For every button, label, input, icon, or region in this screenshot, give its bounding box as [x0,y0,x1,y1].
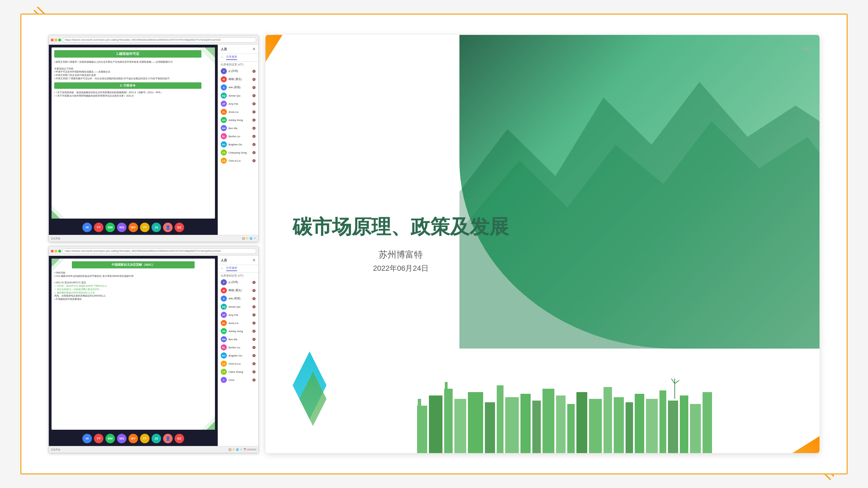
person-avatar-al1: AL [221,109,227,115]
participant-avatar-img1: 👤 [163,223,173,232]
person2-name-bl: Berthe Liu [229,346,251,349]
close-dot-1[interactable] [51,39,54,41]
cover-main-title: 碳市场原理、政策及发展 [293,215,509,239]
slide-area-1: 1.碳排放许可证 • 按照主管部门准要求一定碳排放阈值以上的企业开展生产活动前应… [49,45,218,235]
person2-name-y: yi (共同) [229,281,251,284]
person-avatar-bl1: BL [221,133,227,139]
teams-body-1: 1.碳排放许可证 • 按照主管部门准要求一定碳排放阈值以上的企业开展生产活动前应… [49,45,258,235]
person2-mic-al: 🔇 [252,322,256,325]
slide2-content: • 2060目标 • CO2 城限2030年达到碳排排放达到平衡状态, 努力争取… [52,270,215,302]
status-bar-2: 正在开会 🪟 📁 🌐 📧 ⏰ 2022/6/3 [49,446,258,453]
svg-rect-35 [646,399,658,453]
url-bar-1[interactable]: https://teams.microsoft.com/#/pre-join-c… [62,37,256,43]
participant2-avatar-img1: 👤 [163,434,173,443]
person-mic-ah1: 🔇 [252,119,256,122]
close-dot-2[interactable] [51,250,54,252]
people-tabs-2: — 共享邀请 [218,265,258,273]
person2-name-cl: Chris A Liu [229,362,251,365]
person2-avatar-af: AF [221,312,227,318]
person-name-bm1: Ben Ma [229,127,251,130]
taskbar-icons-1: 🪟 📁 🌐 📧 [242,237,256,240]
tab-share-1[interactable]: 共享邀请 [226,55,237,60]
slide1-section2-content: •《关于加强高排碳、推进低碳建设绿色生态环境质量的别的措施预测》2021.8（谅… [52,90,215,98]
person-name-ah1: Ashley Hong [229,119,251,122]
person2-avatar-a: A [221,296,227,302]
browser-bar-2: https://teams.microsoft.com/#/pre-join-c… [49,246,258,256]
slide-content-1: 1.碳排放许可证 • 按照主管部门准要求一定碳排放阈值以上的企业开展生产活动前应… [52,47,215,219]
person-name-bg1: Brighton Gu [229,143,251,146]
slide2-title: 中国国家自主决定贡献（NDC） [72,261,195,268]
maximize-dot-2[interactable] [58,250,61,252]
list-item: C Chris 🔇 [218,376,258,384]
people-section-label-1: 出席者回议室 (6厅) [218,62,258,67]
person-avatar-bm1: BM [221,125,227,131]
slide-content-2: 中国国家自主决定贡献（NDC） • 2060目标 • CO2 城限2030年达到… [52,259,215,430]
close-panel-1[interactable]: ✕ [252,47,256,52]
person2-name-a: ada (英国) [229,297,251,300]
mountain-svg [459,35,820,349]
list-item: Y yi (共同) 🔇 [218,278,258,286]
person2-avatar-cl: CA [221,361,227,367]
minimize-dot-2[interactable] [55,250,57,252]
person2-avatar-chris: C [221,377,227,383]
city-svg [333,379,792,453]
list-item: A ada (英国) 🔇 [218,294,258,303]
person2-avatar-bg: BG [221,352,227,359]
participant-avatar-ws: WS [117,223,126,232]
minimize-dot-1[interactable] [55,39,57,41]
person2-name-al: Anna Liu [229,322,251,325]
list-item: M 梅顿 (重左) 🔇 [218,286,258,294]
list-item: AQ Aimee Qiu 🔇 [218,92,258,100]
person-mic-bg1: 🔇 [252,143,256,146]
svg-rect-39 [690,404,701,453]
svg-line-42 [671,379,675,384]
list-item: AF Amy Fat 🔇 [218,311,258,319]
participant2-avatar-yt2: YT [140,434,150,443]
svg-rect-29 [576,392,587,453]
person-avatar-cs1: CS [221,149,227,156]
participant2-avatar-bm: BM [105,434,115,443]
person-avatar-a1: A [221,84,227,90]
svg-rect-34 [635,394,644,453]
teams-body-2: 中国国家自主决定贡献（NDC） • 2060目标 • CO2 城限2030年达到… [49,256,258,446]
person2-mic-bm: 🔇 [252,338,256,341]
person2-mic-aq: 🔇 [252,305,256,308]
svg-rect-20 [468,392,483,453]
svg-rect-30 [589,399,602,453]
teams-window-2: https://teams.microsoft.com/#/pre-join-c… [48,246,259,453]
close-panel-2[interactable]: ✕ [252,258,256,263]
list-item: BM Ben Ma 🔇 [218,335,258,343]
cover-deco-plus [803,45,809,52]
url-bar-2[interactable]: https://teams.microsoft.com/#/pre-join-c… [62,248,256,254]
tab-participants-2[interactable]: — [221,266,223,271]
person2-mic-a: 🔇 [252,297,256,300]
person-mic-al1: 🔇 [252,110,256,114]
right-panel: 碳市场原理、政策及发展 苏州博富特 2022年06月24日 [265,35,820,453]
person-name-cs1: Chaoyong Song [229,151,251,154]
svg-rect-16 [429,395,442,453]
tab-participants-1[interactable]: — [221,55,223,60]
browser-bar-1: https://teams.microsoft.com/#/pre-join-c… [49,35,258,45]
city-skyline [333,379,792,453]
list-item: CZ Claire Zhang 🔇 [218,368,258,376]
maximize-dot-1[interactable] [58,39,61,41]
person2-avatar-ah: AH [221,328,227,334]
person2-mic-af: 🔇 [252,313,256,317]
tab-share-2[interactable]: 共享邀请 [226,266,237,271]
svg-rect-19 [454,399,466,453]
participant-avatar-yt2: YT [140,223,150,232]
teams-window-1: https://teams.microsoft.com/#/pre-join-c… [48,35,259,242]
person-mic-aq1: 🔇 [252,94,256,97]
svg-rect-26 [542,389,554,453]
svg-rect-23 [505,397,519,453]
people-list-1: Y yi (共同) 🔇 M 梅顿 (重左) 🔇 A ada (英国) [218,67,258,235]
slide1-title: 1.碳排放许可证 [54,50,201,58]
participant2-avatar-js: JS [152,434,161,443]
person-avatar-af1: AF [221,101,227,107]
cover-deco-br [792,436,820,453]
person-avatar-bg1: BG [221,141,227,147]
person2-avatar-bm: BM [221,336,227,342]
person2-mic-cl: 🔇 [252,362,256,365]
svg-rect-38 [680,395,688,453]
person-name-cl1: Chris A Liu [229,159,251,162]
